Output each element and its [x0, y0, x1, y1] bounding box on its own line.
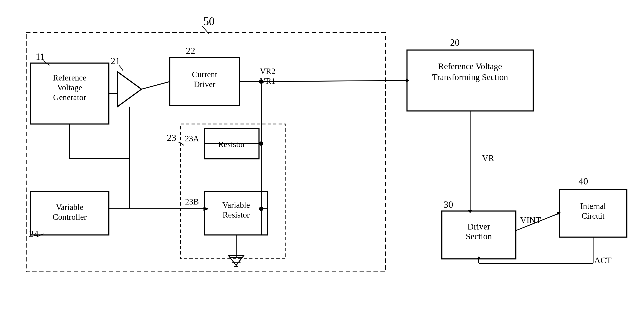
svg-text:Current: Current [192, 70, 218, 79]
svg-text:Resistor: Resistor [223, 210, 250, 219]
label-24: 24 [29, 229, 38, 239]
svg-point-54 [259, 207, 263, 211]
label-11: 11 [36, 51, 45, 62]
label-23: 23 [167, 132, 176, 143]
svg-rect-0 [0, 0, 644, 315]
svg-text:Variable: Variable [222, 200, 250, 210]
label-23B: 23B [185, 197, 199, 206]
label-22: 22 [186, 45, 195, 56]
svg-text:Reference: Reference [53, 73, 86, 82]
svg-text:Driver: Driver [468, 222, 490, 232]
label-40: 40 [578, 176, 588, 187]
label-20: 20 [450, 37, 460, 48]
svg-text:Section: Section [466, 232, 492, 241]
svg-text:Transforming Section: Transforming Section [432, 72, 508, 82]
svg-text:Reference Voltage: Reference Voltage [438, 61, 502, 71]
svg-text:Controller: Controller [53, 212, 87, 222]
svg-text:Internal: Internal [580, 201, 606, 211]
label-vr2: VR2 [260, 66, 276, 76]
label-30: 30 [444, 199, 453, 210]
diagram-container: 50 Reference Voltage Generator 11 Curren… [0, 0, 644, 315]
label-act: ACT [594, 255, 612, 265]
svg-text:Variable: Variable [56, 203, 84, 212]
label-50: 50 [203, 15, 214, 27]
svg-text:Circuit: Circuit [582, 211, 604, 220]
label-vint: VINT [520, 215, 541, 225]
label-23A: 23A [185, 134, 199, 143]
svg-text:Driver: Driver [194, 80, 216, 89]
svg-text:Resistor: Resistor [218, 140, 246, 149]
svg-text:Generator: Generator [53, 93, 86, 102]
svg-point-53 [259, 141, 263, 146]
svg-text:Voltage: Voltage [57, 83, 82, 92]
label-vr: VR [482, 153, 494, 163]
